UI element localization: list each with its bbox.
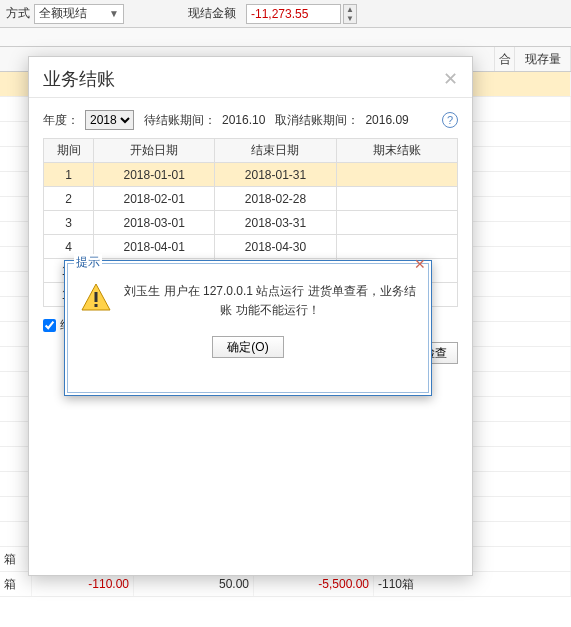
alert-close-icon[interactable]: ✕ — [414, 256, 426, 272]
col-end: 结束日期 — [215, 139, 336, 163]
table-cell: 3 — [44, 211, 94, 235]
alert-dialog: 提示 ✕ 刘玉生 用户在 127.0.0.1 站点运行 进货单查看，业务结账 功… — [64, 260, 432, 396]
pending-period-label: 待结账期间： — [144, 112, 216, 129]
spin-down-icon[interactable]: ▼ — [344, 14, 356, 23]
col-period: 期间 — [44, 139, 94, 163]
year-row: 年度： 2018 待结账期间： 2016.10 取消结账期间： 2016.09 … — [43, 108, 458, 132]
table-row[interactable]: 12018-01-012018-01-31 — [44, 163, 458, 187]
col-start: 开始日期 — [94, 139, 215, 163]
table-cell: 2018-03-31 — [215, 211, 336, 235]
table-cell — [336, 187, 457, 211]
alert-message: 刘玉生 用户在 127.0.0.1 站点运行 进货单查看，业务结账 功能不能运行… — [124, 282, 416, 320]
help-icon[interactable]: ? — [442, 112, 458, 128]
mode-value: 全额现结 — [39, 5, 87, 22]
table-cell: 2 — [44, 187, 94, 211]
cancel-period-label: 取消结账期间： — [275, 112, 359, 129]
svg-rect-1 — [95, 292, 98, 302]
warning-icon — [80, 282, 112, 320]
table-cell: 2018-02-28 — [215, 187, 336, 211]
year-select[interactable]: 2018 — [85, 110, 134, 130]
dialog-title: 业务结账 — [43, 67, 115, 91]
pending-period-value: 2016.10 — [222, 113, 265, 127]
table-cell: 2018-04-01 — [94, 235, 215, 259]
mode-combo[interactable]: 全额现结 ▼ — [34, 4, 124, 24]
svg-rect-2 — [95, 304, 98, 307]
table-cell: 2018-01-31 — [215, 163, 336, 187]
table-cell: 2018-01-01 — [94, 163, 215, 187]
close-icon[interactable]: ✕ — [443, 68, 458, 90]
table-cell: 2018-02-01 — [94, 187, 215, 211]
cash-value: -11,273.55 — [251, 7, 308, 21]
table-cell: 2018-03-01 — [94, 211, 215, 235]
cancel-period-value: 2016.09 — [365, 113, 408, 127]
cash-label: 现结金额 — [184, 5, 240, 22]
cash-spinner[interactable]: ▲ ▼ — [343, 4, 357, 24]
alert-ok-button[interactable]: 确定(O) — [212, 336, 283, 358]
top-bar: 方式 全额现结 ▼ 现结金额 -11,273.55 ▲ ▼ — [0, 0, 571, 28]
bg-col-unit: 合 — [495, 47, 515, 71]
bg-col-stock: 现存量 — [515, 47, 571, 71]
col-close: 期末结账 — [336, 139, 457, 163]
table-cell — [336, 163, 457, 187]
table-cell — [336, 235, 457, 259]
auto-adjust-checkbox[interactable] — [43, 319, 56, 332]
year-label: 年度： — [43, 112, 79, 129]
spin-up-icon[interactable]: ▲ — [344, 5, 356, 14]
dialog-title-bar: 业务结账 ✕ — [29, 57, 472, 98]
table-row[interactable]: 22018-02-012018-02-28 — [44, 187, 458, 211]
table-cell — [336, 211, 457, 235]
cash-amount-field[interactable]: -11,273.55 — [246, 4, 341, 24]
table-cell: 1 — [44, 163, 94, 187]
table-row[interactable]: 32018-03-012018-03-31 — [44, 211, 458, 235]
table-cell: 2018-04-30 — [215, 235, 336, 259]
alert-title: 提示 — [74, 254, 102, 271]
table-row[interactable]: 42018-04-012018-04-30 — [44, 235, 458, 259]
chevron-down-icon: ▼ — [109, 8, 119, 19]
mode-label: 方式 — [2, 5, 34, 22]
